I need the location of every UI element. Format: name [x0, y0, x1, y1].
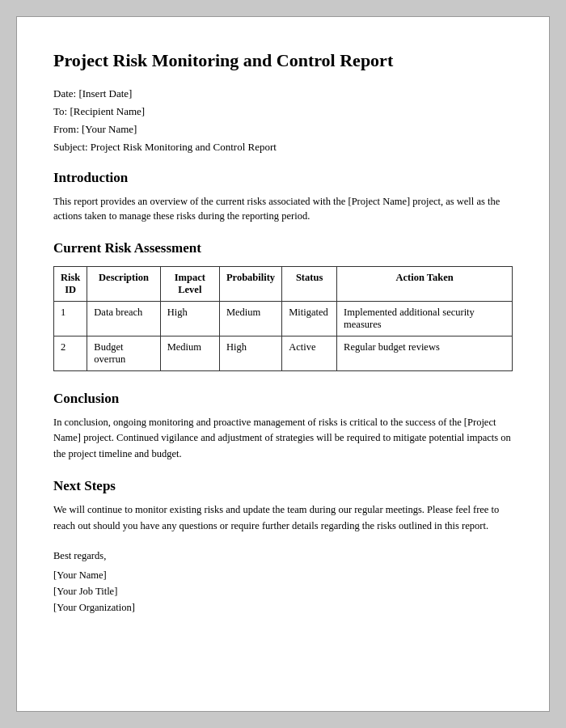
signature-block: [Your Name] [Your Job Title] [Your Organ… [53, 567, 513, 616]
from-field: From: [Your Name] [53, 123, 513, 136]
row1-action-taken: Implemented additional security measures [337, 302, 513, 336]
row2-impact-level: Medium [160, 336, 219, 371]
subject-field: Subject: Project Risk Monitoring and Con… [53, 141, 513, 154]
row2-risk-id: 2 [54, 336, 87, 371]
col-risk-id: Risk ID [54, 267, 87, 302]
closing-salutation: Best regards, [53, 550, 513, 562]
conclusion-heading: Conclusion [53, 391, 513, 407]
row2-status: Active [282, 336, 337, 371]
col-status: Status [282, 267, 337, 302]
conclusion-body: In conclusion, ongoing monitoring and pr… [53, 415, 513, 462]
risk-table: Risk ID Description Impact Level Probabi… [53, 266, 513, 371]
table-header-row: Risk ID Description Impact Level Probabi… [54, 267, 513, 302]
date-field: Date: [Insert Date] [53, 87, 513, 100]
risk-assessment-heading: Current Risk Assessment [53, 240, 513, 256]
row1-risk-id: 1 [54, 302, 87, 336]
introduction-heading: Introduction [53, 170, 513, 186]
row1-probability: Medium [219, 302, 281, 336]
row1-impact-level: High [160, 302, 219, 336]
table-row: 2 Budget overrun Medium High Active Regu… [54, 336, 513, 371]
next-steps-body: We will continue to monitor existing ris… [53, 502, 513, 534]
row1-description: Data breach [87, 302, 160, 336]
page-container: Project Risk Monitoring and Control Repo… [16, 16, 550, 712]
col-description: Description [87, 267, 160, 302]
signature-org: [Your Organization] [53, 599, 513, 616]
introduction-body: This report provides an overview of the … [53, 194, 513, 225]
signature-name: [Your Name] [53, 567, 513, 583]
signature-title: [Your Job Title] [53, 583, 513, 599]
col-probability: Probability [219, 267, 281, 302]
row2-action-taken: Regular budget reviews [337, 336, 513, 371]
table-row: 1 Data breach High Medium Mitigated Impl… [54, 302, 513, 336]
row1-status: Mitigated [282, 302, 337, 336]
row2-probability: High [219, 336, 281, 371]
col-action-taken: Action Taken [337, 267, 513, 302]
next-steps-heading: Next Steps [53, 478, 513, 494]
page-title: Project Risk Monitoring and Control Repo… [53, 49, 513, 73]
row2-description: Budget overrun [87, 336, 160, 371]
to-field: To: [Recipient Name] [53, 105, 513, 118]
col-impact-level: Impact Level [160, 267, 219, 302]
